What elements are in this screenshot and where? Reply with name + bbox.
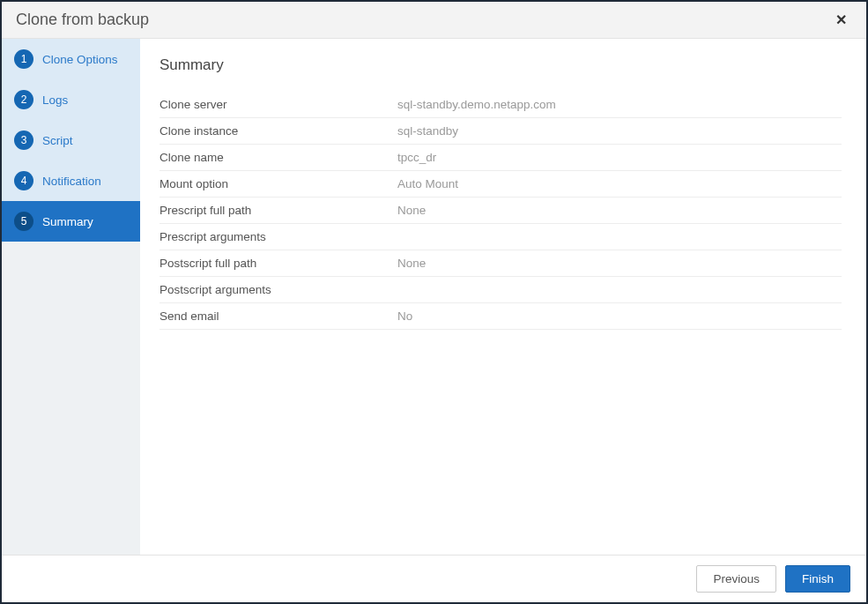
step-number-badge: 4	[14, 171, 33, 190]
previous-button[interactable]: Previous	[696, 565, 776, 593]
summary-row-clone-instance: Clone instance sql-standby	[160, 118, 842, 145]
step-clone-options[interactable]: 1 Clone Options	[2, 39, 140, 79]
dialog-header: Clone from backup ✕	[2, 2, 866, 39]
step-label: Script	[42, 134, 73, 147]
summary-row-prescript-args: Prescript arguments	[160, 224, 842, 250]
dialog-body: 1 Clone Options 2 Logs 3 Script 4 Notifi…	[2, 39, 866, 555]
step-number-badge: 2	[14, 90, 33, 109]
close-icon[interactable]: ✕	[830, 11, 852, 29]
summary-row-send-email: Send email No	[160, 303, 842, 330]
summary-value: None	[397, 257, 842, 270]
wizard-sidebar: 1 Clone Options 2 Logs 3 Script 4 Notifi…	[2, 39, 140, 555]
summary-row-prescript-path: Prescript full path None	[160, 198, 842, 224]
step-number-badge: 3	[14, 130, 33, 150]
summary-value: tpcc_dr	[397, 151, 842, 164]
step-label: Clone Options	[42, 53, 118, 66]
summary-label: Prescript arguments	[160, 230, 397, 243]
step-script[interactable]: 3 Script	[2, 120, 140, 160]
step-label: Summary	[42, 215, 93, 228]
summary-value: None	[397, 204, 842, 217]
step-number-badge: 1	[14, 49, 33, 69]
summary-value: sql-standby	[397, 124, 842, 138]
summary-value: No	[397, 309, 842, 323]
summary-label: Mount option	[160, 177, 397, 190]
summary-value: Auto Mount	[397, 177, 842, 190]
summary-label: Clone instance	[160, 124, 397, 138]
step-summary[interactable]: 5 Summary	[2, 201, 140, 242]
dialog-footer: Previous Finish	[2, 555, 866, 602]
dialog-title: Clone from backup	[16, 11, 149, 29]
summary-value: sql-standby.demo.netapp.com	[397, 98, 842, 111]
content-title: Summary	[160, 56, 842, 74]
step-label: Notification	[42, 175, 101, 188]
step-logs[interactable]: 2 Logs	[2, 79, 140, 120]
step-number-badge: 5	[14, 212, 33, 231]
wizard-content: Summary Clone server sql-standby.demo.ne…	[140, 39, 866, 555]
step-label: Logs	[42, 93, 68, 107]
summary-label: Clone server	[160, 98, 397, 111]
summary-row-mount-option: Mount option Auto Mount	[160, 171, 842, 198]
summary-row-clone-server: Clone server sql-standby.demo.netapp.com	[160, 92, 842, 118]
summary-label: Send email	[160, 309, 397, 323]
summary-label: Postscript full path	[160, 257, 397, 270]
finish-button[interactable]: Finish	[785, 565, 850, 593]
summary-row-postscript-path: Postscript full path None	[160, 250, 842, 277]
step-notification[interactable]: 4 Notification	[2, 160, 140, 201]
summary-label: Clone name	[160, 151, 397, 164]
summary-label: Postscript arguments	[160, 283, 397, 296]
summary-row-clone-name: Clone name tpcc_dr	[160, 145, 842, 171]
clone-from-backup-dialog: Clone from backup ✕ 1 Clone Options 2 Lo…	[0, 0, 868, 604]
summary-row-postscript-args: Postscript arguments	[160, 277, 842, 303]
summary-label: Prescript full path	[160, 204, 397, 217]
